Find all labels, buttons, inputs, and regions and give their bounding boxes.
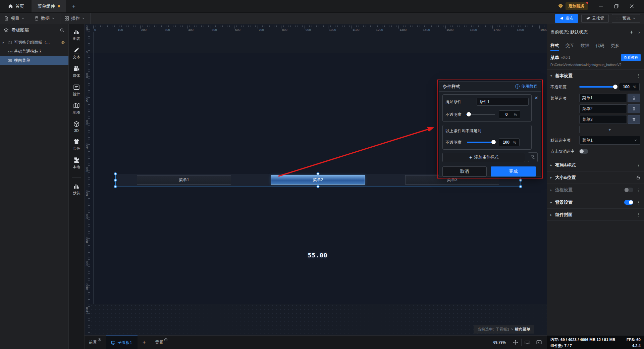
minimize-button[interactable] <box>593 0 608 13</box>
kebab-menu-icon[interactable]: ⋮ <box>636 163 641 168</box>
menu-option-input-1[interactable] <box>579 94 627 102</box>
zoom-level[interactable]: 69.79% <box>493 340 506 344</box>
console-button[interactable] <box>533 336 545 349</box>
widget-category-local[interactable]: 本地 <box>73 157 80 169</box>
remove-condition-button[interactable]: ✕ <box>534 96 538 100</box>
visibility-off-icon[interactable] <box>61 40 65 45</box>
widget-category-kit[interactable]: 套件 <box>73 138 80 151</box>
widget-category-controls[interactable]: 控件 <box>73 84 80 97</box>
add-option-button[interactable]: + <box>579 126 640 133</box>
foreground-layer-button[interactable]: 前景 <box>85 340 106 345</box>
kebab-menu-icon[interactable]: ⋮ <box>636 188 641 193</box>
section-size-position[interactable]: ▸ 大小&位置 <box>547 171 644 184</box>
h-ruler-tick <box>290 26 291 27</box>
publish-button[interactable]: 发布 <box>555 14 578 23</box>
menu-data[interactable]: 数据 <box>30 13 60 24</box>
delete-option-button[interactable] <box>628 115 640 124</box>
tab-home[interactable]: 首页 <box>0 0 32 12</box>
view-tutorial-button[interactable]: 查看教程 <box>621 54 641 61</box>
cloud-hosting-button[interactable]: 云托管 <box>581 14 609 23</box>
selection-handle[interactable] <box>114 185 117 188</box>
delete-option-button[interactable] <box>628 104 640 113</box>
tutorial-link[interactable]: ? 使用教程 <box>515 84 537 89</box>
section-widget-cover[interactable]: ▸ 组件封面 ⋮ <box>547 208 644 221</box>
selection-handle[interactable] <box>317 172 320 176</box>
section-border-settings[interactable]: ▸ 边框设置 ⋮ <box>547 184 644 196</box>
tab-document[interactable]: 菜单组件 <box>32 0 66 12</box>
selection-handle[interactable] <box>114 179 117 182</box>
section-basic-settings[interactable]: ▾ 基本设置 ⋮ <box>547 69 644 82</box>
widget-category-text[interactable]: 文本 <box>73 47 80 60</box>
default-selection-select[interactable]: 菜单1 <box>579 136 640 145</box>
add-state-button[interactable]: + <box>630 29 633 35</box>
condition-filter-button[interactable] <box>528 152 538 162</box>
kebab-menu-icon[interactable]: ⋮ <box>636 73 641 78</box>
delete-option-button[interactable] <box>628 94 640 102</box>
border-toggle[interactable] <box>624 188 633 192</box>
add-board-button[interactable]: + <box>138 339 151 346</box>
kebab-menu-icon[interactable]: ⋮ <box>636 212 641 217</box>
tab-style[interactable]: 样式 <box>550 40 559 51</box>
widget-category-default[interactable]: 默认 <box>73 183 80 196</box>
selection-handle[interactable] <box>519 185 522 188</box>
section-background-settings[interactable]: ▸ 背景设置 ⋮ <box>547 196 644 208</box>
h-ruler-label: 1500 <box>446 28 453 32</box>
selection-handle[interactable] <box>317 185 320 188</box>
opacity-slider[interactable] <box>579 86 617 88</box>
menu-project[interactable]: 项目 <box>0 13 30 24</box>
restore-button[interactable] <box>608 0 624 13</box>
design-canvas[interactable]: 菜单1 菜单2 菜单3 55.00 当前选中: 子看板1 > 横向菜单 <box>85 24 547 335</box>
menu-item-button-1[interactable]: 菜单1 <box>137 175 231 185</box>
expand-states-button[interactable]: › <box>638 30 640 35</box>
custom-service-badge[interactable]: 定制服务 <box>566 2 588 10</box>
close-button[interactable] <box>624 0 639 13</box>
menu-option-input-3[interactable] <box>579 115 627 124</box>
layer-item-indicator-card[interactable]: 123 基础普通指标卡 <box>0 47 68 56</box>
fit-screen-button[interactable] <box>510 336 521 349</box>
h-ruler-tick <box>438 26 439 27</box>
menu-option-input-2[interactable] <box>579 104 627 113</box>
tab-sub-board-1[interactable]: 子看板1 <box>106 336 138 349</box>
preview-button[interactable]: 预览 <box>612 14 640 23</box>
selection-handle[interactable] <box>114 172 117 176</box>
add-condition-style-button[interactable]: + 添加条件样式 <box>442 153 525 162</box>
opacity-slider[interactable] <box>466 114 495 115</box>
circle-plus-icon[interactable] <box>98 338 101 342</box>
widget-category-media[interactable]: 媒体 <box>73 65 80 78</box>
layer-item-horizontal-menu[interactable]: 横向菜单 <box>0 56 68 65</box>
slider-thumb[interactable] <box>613 85 618 89</box>
opacity-value-box[interactable]: 100 % <box>619 83 640 91</box>
section-layout-style[interactable]: ▸ 布局&样式 ⋮ <box>547 159 644 171</box>
tab-interaction[interactable]: 交互 <box>566 40 574 51</box>
background-layer-button[interactable]: 背景 <box>151 340 172 345</box>
cancel-button[interactable]: 取消 <box>442 166 487 177</box>
v-ruler-tick <box>88 102 90 102</box>
tab-data[interactable]: 数据 <box>581 40 589 51</box>
widget-category-3d[interactable]: 3D <box>73 121 80 133</box>
menu-item-button-2[interactable]: 菜单2 <box>271 175 365 185</box>
opacity-value-box[interactable]: 0 % <box>499 110 520 118</box>
widget-category-map[interactable]: 地图 <box>73 102 80 115</box>
h-ruler-tick <box>413 26 413 27</box>
tab-more[interactable]: 更多 <box>611 40 620 51</box>
background-toggle[interactable] <box>624 200 633 205</box>
slider-thumb[interactable] <box>467 112 471 116</box>
circle-plus-icon[interactable] <box>164 338 168 342</box>
deselect-toggle[interactable] <box>579 149 588 154</box>
menu-operations[interactable]: 操作 <box>60 13 91 24</box>
kebab-menu-icon[interactable]: ⋮ <box>636 200 641 205</box>
condition-select[interactable]: 条件1 <box>477 98 529 106</box>
shortcut-keys-button[interactable] <box>522 336 533 349</box>
fallback-opacity-value-box[interactable]: 100 % <box>499 138 520 146</box>
layers-search-button[interactable] <box>60 28 64 33</box>
widget-category-chart[interactable]: 图表 <box>73 29 80 41</box>
fallback-opacity-slider[interactable] <box>467 142 495 143</box>
lock-icon[interactable] <box>636 175 641 180</box>
layer-item-group-panel[interactable]: ▸ 可切换分组面板（... <box>0 38 68 47</box>
new-tab-button[interactable]: + <box>66 0 82 12</box>
caret-right-icon[interactable]: ▸ <box>3 41 8 44</box>
tab-code[interactable]: 代码 <box>596 40 604 51</box>
selection-handle[interactable] <box>519 179 522 182</box>
slider-thumb[interactable] <box>491 140 496 144</box>
confirm-button[interactable]: 完成 <box>491 166 536 177</box>
